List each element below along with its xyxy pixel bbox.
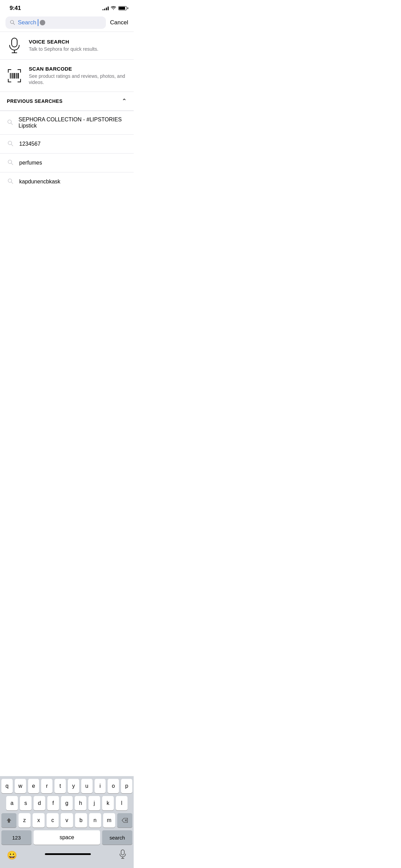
scan-barcode-text: SCAN BARCODE See product ratings and rev… bbox=[29, 66, 127, 85]
previous-searches-header[interactable]: PREVIOUS SEARCHES ⌃ bbox=[0, 92, 134, 110]
battery-icon bbox=[118, 6, 127, 10]
chevron-up-icon: ⌃ bbox=[122, 97, 127, 105]
voice-search-subtitle: Talk to Sephora for quick results. bbox=[29, 46, 127, 52]
list-item[interactable]: 1234567 bbox=[0, 134, 134, 153]
svg-line-17 bbox=[11, 144, 13, 146]
svg-rect-2 bbox=[12, 38, 17, 47]
status-bar: 9:41 bbox=[0, 0, 134, 14]
search-bar-container: Search Cancel bbox=[0, 14, 134, 32]
svg-line-15 bbox=[11, 123, 13, 125]
history-item-text: 1234567 bbox=[19, 141, 40, 147]
scan-barcode-subtitle: See product ratings and reviews, photos,… bbox=[29, 73, 127, 85]
history-item-text: perfumes bbox=[19, 160, 42, 166]
voice-search-row[interactable]: VOICE SEARCH Talk to Sephora for quick r… bbox=[0, 32, 134, 59]
svg-line-1 bbox=[13, 23, 15, 24]
scan-barcode-row[interactable]: SCAN BARCODE See product ratings and rev… bbox=[0, 60, 134, 92]
list-item[interactable]: SEPHORA COLLECTION - #LIPSTORIES Lipstic… bbox=[0, 111, 134, 134]
search-history-icon bbox=[7, 119, 13, 126]
status-icons bbox=[102, 6, 127, 10]
barcode-icon bbox=[7, 68, 22, 83]
search-icon bbox=[10, 20, 15, 26]
cancel-button[interactable]: Cancel bbox=[110, 18, 128, 27]
search-history-icon bbox=[7, 159, 14, 167]
search-input[interactable]: Search bbox=[18, 19, 102, 26]
wifi-icon bbox=[111, 6, 116, 10]
voice-search-title: VOICE SEARCH bbox=[29, 39, 127, 45]
history-item-text: SEPHORA COLLECTION - #LIPSTORIES Lipstic… bbox=[19, 117, 127, 129]
search-history-icon bbox=[7, 140, 14, 148]
history-item-text: kapdunencbkask bbox=[19, 179, 60, 185]
search-input-wrap[interactable]: Search bbox=[5, 16, 106, 29]
svg-line-21 bbox=[11, 182, 13, 184]
search-history-icon bbox=[7, 178, 14, 185]
voice-search-text: VOICE SEARCH Talk to Sephora for quick r… bbox=[29, 39, 127, 52]
list-item[interactable]: kapdunencbkask bbox=[0, 172, 134, 191]
svg-line-19 bbox=[11, 163, 13, 165]
microphone-icon bbox=[7, 38, 22, 53]
signal-icon bbox=[102, 6, 109, 10]
scan-barcode-title: SCAN BARCODE bbox=[29, 66, 127, 72]
voice-dot bbox=[40, 20, 45, 25]
list-item[interactable]: perfumes bbox=[0, 153, 134, 172]
status-time: 9:41 bbox=[10, 5, 21, 12]
previous-searches-label: PREVIOUS SEARCHES bbox=[7, 98, 63, 104]
